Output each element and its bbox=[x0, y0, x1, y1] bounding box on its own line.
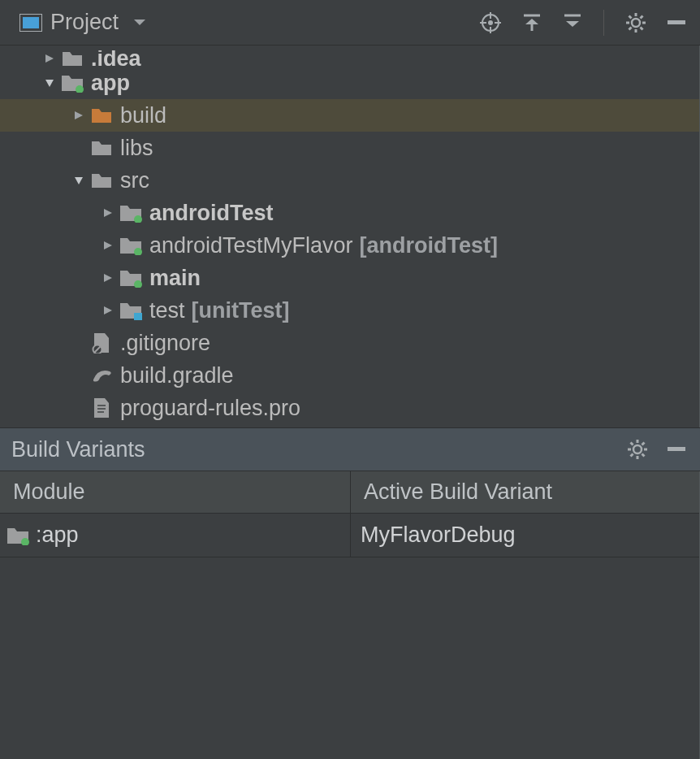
svg-point-7 bbox=[488, 20, 493, 25]
node-label: app bbox=[91, 71, 130, 96]
svg-line-40 bbox=[631, 454, 633, 457]
text-file-icon bbox=[89, 397, 114, 419]
table-row[interactable]: :app MyFlavorDebug bbox=[0, 514, 699, 557]
expand-arrow-icon[interactable] bbox=[97, 240, 119, 251]
chevron-down-icon[interactable] bbox=[39, 77, 60, 89]
svg-rect-26 bbox=[134, 313, 142, 320]
tree-node-app[interactable]: app bbox=[0, 67, 699, 99]
build-variants-title: Build Variants bbox=[11, 437, 145, 462]
tree-node-androidtestflavor[interactable]: androidTestMyFlavor[androidTest] bbox=[0, 229, 699, 262]
source-folder-icon bbox=[119, 268, 143, 288]
folder-icon bbox=[89, 139, 114, 157]
source-folder-icon bbox=[119, 236, 143, 255]
tree-node-proguard[interactable]: proguard-rules.pro bbox=[0, 392, 699, 424]
tree-node-idea[interactable]: .idea bbox=[0, 50, 699, 67]
hide-icon[interactable] bbox=[668, 20, 685, 25]
column-header-module[interactable]: Module bbox=[0, 471, 351, 513]
node-label: proguard-rules.pro bbox=[120, 396, 300, 421]
svg-line-37 bbox=[631, 443, 633, 445]
node-label: main bbox=[149, 266, 201, 291]
tree-node-build[interactable]: build bbox=[0, 99, 699, 132]
tree-node-test[interactable]: test[unitTest] bbox=[0, 294, 699, 327]
expand-arrow-icon[interactable] bbox=[97, 272, 119, 284]
expand-all-icon[interactable] bbox=[522, 13, 542, 33]
expand-arrow-icon[interactable] bbox=[97, 207, 119, 219]
tree-node-libs[interactable]: libs bbox=[0, 132, 699, 164]
node-label: .idea bbox=[91, 50, 141, 67]
svg-line-39 bbox=[642, 443, 645, 445]
svg-line-18 bbox=[641, 27, 643, 29]
hide-icon[interactable] bbox=[668, 447, 685, 452]
empty-area bbox=[0, 557, 700, 759]
table-header: Module Active Build Variant bbox=[0, 471, 699, 514]
svg-line-17 bbox=[629, 15, 632, 18]
test-folder-icon bbox=[119, 301, 143, 320]
chevron-down-icon[interactable] bbox=[68, 175, 89, 186]
build-variants-header: Build Variants bbox=[0, 427, 700, 471]
svg-line-19 bbox=[641, 15, 643, 18]
node-label: build.gradle bbox=[120, 363, 234, 388]
gradle-file-icon bbox=[89, 366, 114, 384]
node-label: .gitignore bbox=[120, 331, 210, 356]
project-view-switcher[interactable]: Project bbox=[19, 10, 146, 35]
folder-icon bbox=[60, 50, 84, 67]
node-label: test[unitTest] bbox=[149, 298, 290, 323]
source-folder-icon bbox=[119, 203, 143, 223]
expand-arrow-icon[interactable] bbox=[39, 53, 60, 64]
module-name: :app bbox=[36, 523, 79, 548]
variant-cell[interactable]: MyFlavorDebug bbox=[351, 514, 699, 557]
excluded-folder-icon bbox=[89, 106, 114, 124]
node-label: build bbox=[120, 103, 166, 128]
folder-icon bbox=[89, 171, 114, 189]
project-view-icon bbox=[19, 14, 42, 32]
svg-line-38 bbox=[642, 454, 645, 457]
node-label: androidTestMyFlavor[androidTest] bbox=[149, 233, 498, 258]
node-label: libs bbox=[120, 136, 153, 161]
tree-node-main[interactable]: main bbox=[0, 262, 699, 294]
svg-rect-1 bbox=[23, 17, 39, 28]
ignore-file-icon bbox=[89, 332, 114, 353]
svg-point-32 bbox=[633, 445, 642, 453]
tree-node-androidtest[interactable]: androidTest bbox=[0, 197, 699, 229]
toolbar-divider bbox=[603, 10, 604, 36]
toolbar-actions bbox=[480, 10, 685, 36]
tree-node-build-gradle[interactable]: build.gradle bbox=[0, 359, 699, 392]
build-variants-table: Module Active Build Variant :app MyFlavo… bbox=[0, 471, 700, 557]
column-header-variant[interactable]: Active Build Variant bbox=[351, 471, 699, 513]
project-toolbar: Project bbox=[0, 0, 700, 46]
module-cell[interactable]: :app bbox=[0, 514, 351, 557]
svg-rect-41 bbox=[668, 447, 685, 451]
tree-node-gitignore[interactable]: .gitignore bbox=[0, 327, 699, 359]
tree-node-src[interactable]: src bbox=[0, 164, 699, 197]
project-view-label: Project bbox=[50, 10, 119, 35]
node-label: androidTest bbox=[149, 201, 274, 226]
svg-line-20 bbox=[629, 27, 632, 29]
module-icon bbox=[6, 526, 29, 545]
expand-arrow-icon[interactable] bbox=[68, 110, 89, 121]
svg-point-12 bbox=[632, 19, 640, 27]
target-icon[interactable] bbox=[480, 12, 501, 33]
gear-icon[interactable] bbox=[625, 12, 646, 33]
project-tree[interactable]: .idea app build libs src androidTest bbox=[0, 46, 700, 427]
chevron-down-icon bbox=[133, 19, 146, 27]
gear-icon[interactable] bbox=[627, 439, 648, 460]
node-label: src bbox=[120, 168, 149, 193]
collapse-all-icon[interactable] bbox=[563, 13, 582, 33]
variant-name: MyFlavorDebug bbox=[361, 523, 516, 548]
expand-arrow-icon[interactable] bbox=[97, 305, 119, 316]
svg-rect-21 bbox=[668, 20, 685, 24]
module-folder-icon bbox=[60, 73, 84, 93]
